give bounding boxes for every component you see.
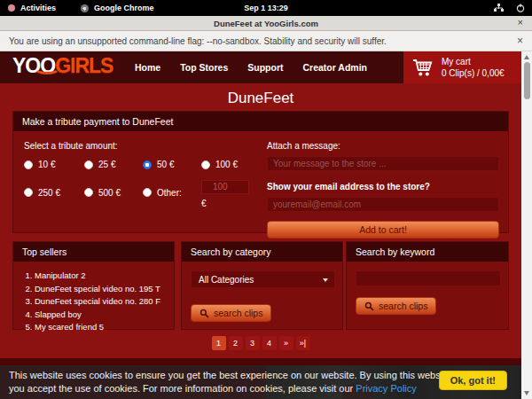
keyword-search-panel: Search by keyword search clips: [346, 241, 509, 330]
radio-option-label: 50 €: [157, 160, 174, 169]
nav-item[interactable]: Support: [247, 62, 283, 73]
nav-item[interactable]: Home: [135, 62, 160, 73]
power-icon[interactable]: [516, 4, 525, 12]
logo-text-girls: GIRLS: [55, 54, 113, 77]
site-logo[interactable]: YOOGIRLS: [12, 54, 113, 77]
radio-icon: [143, 160, 152, 169]
radio-option[interactable]: 25 €: [84, 160, 143, 169]
top-seller-item[interactable]: Slapped boy: [35, 309, 174, 322]
window-title: DuneFeet at YooGirls.com: [214, 19, 318, 28]
top-seller-item[interactable]: DuneFeet special video no. 195 T: [35, 283, 174, 296]
keyword-search-button[interactable]: search clips: [356, 297, 436, 315]
tribute-panel-header: Make a tribute payment to DuneFeet: [13, 112, 508, 131]
cart-box[interactable]: My cart 0 Clip(s) / 0,00€: [403, 51, 521, 83]
privacy-policy-link[interactable]: Privacy Policy: [356, 383, 416, 394]
top-seller-item[interactable]: My scared friend 5: [35, 321, 174, 334]
radio-option-label: 25 €: [98, 160, 115, 169]
amount-options: 10 € 25 € 50 €: [24, 160, 262, 208]
radio-option[interactable]: Other:: [143, 177, 201, 208]
infobar: You are using an unsupported command-lin…: [0, 31, 532, 51]
cart-summary: 0 Clip(s) / 0,00€: [442, 67, 505, 79]
window-titlebar[interactable]: DuneFeet at YooGirls.com ×: [0, 16, 532, 31]
radio-icon: [24, 188, 33, 197]
pagination: 1234»»|: [0, 336, 521, 350]
message-label: Attach a message:: [267, 141, 340, 151]
radio-option[interactable]: 100 €: [201, 160, 263, 169]
top-seller-item[interactable]: DuneFeet special video no. 280 F: [35, 295, 174, 309]
radio-option-label: 500 €: [98, 188, 121, 198]
scrollbar-thumb[interactable]: [524, 62, 530, 99]
currency-label: €: [201, 199, 263, 208]
cookie-consent-bar: This website uses cookies to ensure you …: [0, 365, 521, 399]
nav-item[interactable]: Top Stores: [180, 62, 228, 73]
activities-button[interactable]: Activities: [20, 4, 56, 12]
desktop-top-bar: Activities Google Chrome Sep 1 13:29: [0, 0, 532, 16]
category-search-panel: Search by category All Categories search…: [181, 241, 343, 330]
tribute-panel: Make a tribute payment to DuneFeet Selec…: [12, 111, 509, 233]
infobar-message: You are using an unsupported command-lin…: [9, 36, 387, 46]
email-input[interactable]: [267, 197, 499, 212]
radio-option[interactable]: 500 €: [84, 177, 143, 208]
keyword-search-header: Search by keyword: [347, 242, 508, 262]
search-icon: [200, 309, 209, 318]
email-label: Show your email address to the store?: [267, 182, 430, 192]
page-button[interactable]: 1: [212, 336, 226, 350]
scrollbar-track[interactable]: [521, 51, 532, 399]
radio-option-label: 100 €: [215, 160, 238, 169]
screen: Activities Google Chrome Sep 1 13:29 Dun…: [0, 0, 532, 399]
radio-option[interactable]: 10 €: [24, 160, 84, 169]
top-sellers-panel: Top sellers Manipulator 2DuneFeet specia…: [12, 241, 175, 330]
top-seller-item[interactable]: Manipulator 2: [35, 270, 174, 283]
cookie-message: This website uses cookies to ensure you …: [9, 369, 457, 395]
page-title: DuneFeet: [0, 90, 521, 107]
cart-title: My cart: [442, 56, 505, 67]
infobar-close-icon[interactable]: ×: [517, 35, 523, 47]
chevron-down-icon: [323, 278, 328, 282]
radio-icon: [143, 188, 152, 197]
category-select-value: All Categories: [199, 275, 254, 285]
category-search-header: Search by category: [182, 242, 342, 262]
cart-icon: [412, 59, 434, 77]
category-search-button[interactable]: search clips: [191, 304, 271, 322]
page-button[interactable]: »: [279, 336, 293, 350]
page-button[interactable]: »|: [296, 336, 310, 350]
page-button[interactable]: 2: [229, 336, 243, 350]
search-icon: [364, 301, 374, 311]
window-close-icon[interactable]: ×: [518, 17, 523, 27]
page-button[interactable]: 4: [262, 336, 277, 350]
message-input[interactable]: [267, 156, 499, 171]
amount-label: Select a tribute amount:: [24, 141, 118, 151]
network-icon[interactable]: [494, 4, 504, 12]
keyword-input[interactable]: [356, 270, 501, 286]
other-amount-input[interactable]: [201, 180, 249, 194]
clock[interactable]: Sep 1 13:29: [244, 4, 288, 12]
tribute-amount-column: Select a tribute amount: 10 € 25 €: [24, 137, 262, 208]
add-to-cart-button[interactable]: Add to cart!: [267, 221, 499, 239]
radio-icon: [84, 160, 93, 169]
radio-option-label: Other:: [157, 188, 182, 198]
site-header: YOOGIRLS HomeTop StoresSupportCreator Ad…: [0, 51, 521, 83]
main-nav: HomeTop StoresSupportCreator Admin: [135, 51, 367, 83]
radio-option[interactable]: 50 €: [143, 160, 201, 169]
cookie-ok-button[interactable]: Ok, got it!: [439, 371, 507, 390]
scroll-up-icon[interactable]: [524, 55, 529, 59]
footer-strip: [0, 358, 521, 365]
main-content: DuneFeet Make a tribute payment to DuneF…: [0, 83, 521, 358]
category-search-button-label: search clips: [214, 308, 262, 318]
keyword-search-button-label: search clips: [379, 301, 427, 311]
chrome-app-button[interactable]: Google Chrome: [81, 4, 154, 12]
top-sellers-list: Manipulator 2DuneFeet special video no. …: [35, 270, 174, 334]
logo-smile-icon: [34, 62, 60, 74]
nav-item[interactable]: Creator Admin: [303, 62, 368, 73]
scroll-down-icon[interactable]: [524, 391, 529, 395]
radio-icon: [201, 160, 210, 169]
category-select[interactable]: All Categories: [191, 270, 335, 288]
chrome-app-label: Google Chrome: [94, 4, 154, 12]
top-sellers-header: Top sellers: [13, 242, 174, 262]
radio-option-label: 250 €: [38, 188, 60, 198]
page-button[interactable]: 3: [246, 336, 260, 350]
activities-indicator-icon: [8, 4, 15, 12]
tribute-message-column: Attach a message: Show your email addres…: [267, 137, 499, 239]
radio-option[interactable]: 250 €: [24, 177, 84, 208]
radio-icon: [84, 188, 93, 197]
